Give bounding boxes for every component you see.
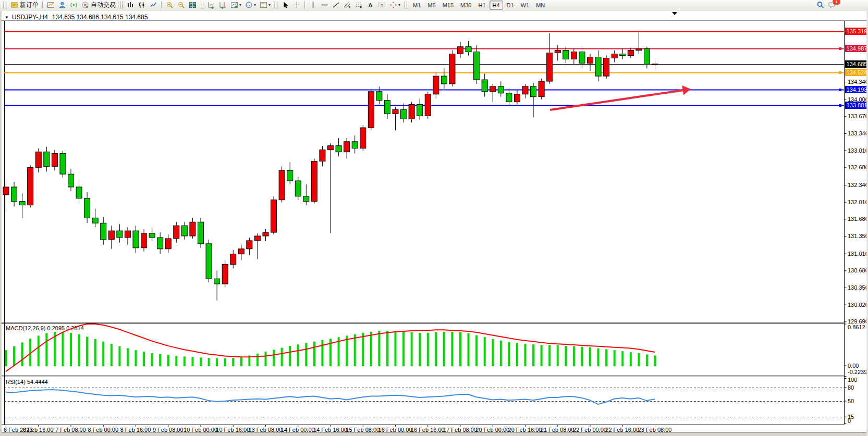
candle-body (506, 93, 512, 102)
candle-body (157, 238, 163, 249)
candle-body (271, 200, 277, 232)
data-window-button[interactable] (68, 0, 79, 10)
candle-body (295, 181, 301, 196)
autotrading-button[interactable]: 自动交易 (80, 0, 117, 10)
candlestick-button[interactable] (137, 0, 148, 10)
candle-body (303, 196, 309, 202)
candle-body (490, 86, 496, 92)
tile-windows-button[interactable] (187, 0, 198, 10)
application-window: 新订单自动交易▾▾▾EFAT▾M1M5M15M30H1H4D1W1MN1 ▼ U… (0, 0, 868, 436)
time-tick-label: 6 Feb 16:00 (23, 427, 54, 433)
candle-body (222, 264, 228, 284)
price-tag-label: 134.987 (847, 45, 867, 52)
chevron-down-icon: ▾ (239, 3, 241, 7)
toolbar-grip[interactable] (405, 1, 407, 9)
candle-body (563, 51, 569, 59)
candle-body (174, 226, 179, 239)
candle-body (336, 146, 341, 152)
toolbar-grip[interactable] (201, 1, 203, 9)
candle-body (449, 54, 455, 84)
time-tick-label: 8 Feb 16:00 (120, 427, 151, 433)
candle-body (328, 146, 334, 150)
crosshair-icon (293, 1, 301, 9)
timeframe-MN[interactable]: MN (533, 1, 548, 10)
candle-body (230, 254, 236, 265)
arrows-button[interactable]: ▾ (388, 0, 402, 10)
time-tick-label: 7 Feb 08:00 (55, 427, 86, 433)
text-button[interactable]: A (365, 0, 376, 10)
line-handle[interactable] (839, 71, 841, 74)
candle-body (376, 92, 382, 101)
fibonacci-button[interactable]: F (353, 0, 364, 10)
new-order-button[interactable]: 新订单 (9, 0, 40, 10)
chart-shift-icon (219, 1, 227, 9)
price-tick-label: 132.680 (848, 164, 868, 170)
zoom-out-button[interactable] (176, 0, 187, 10)
toolbar-grip[interactable] (120, 1, 123, 9)
candle-body (44, 152, 50, 167)
price-tick-label: 131.680 (848, 216, 868, 222)
chart-menu-icon[interactable]: ▼ (5, 15, 9, 20)
candle-body (425, 94, 431, 116)
price-tick-label: 131.350 (848, 233, 868, 239)
line-handle[interactable] (839, 47, 841, 50)
templates-button[interactable]: ▾ (258, 0, 272, 10)
hline-icon (321, 1, 328, 9)
price-chart[interactable]: MACD(12,26,9) 0.2095 0.2814RSI(14) 54.44… (2, 11, 868, 436)
line-handle[interactable] (839, 89, 841, 91)
new-chart-button[interactable] (45, 0, 56, 10)
candle-body (35, 152, 41, 168)
timeframe-M5[interactable]: M5 (424, 1, 438, 10)
timeframe-H4[interactable]: H4 (490, 1, 503, 10)
toolbar-grip[interactable] (275, 1, 277, 9)
chart-window-icon (47, 1, 55, 9)
candle-body (92, 218, 98, 223)
timeframe-W1[interactable]: W1 (518, 1, 533, 10)
periods-button[interactable]: ▾ (243, 0, 258, 10)
indicators-button[interactable]: ▾ (229, 0, 243, 10)
zoom-in-button[interactable] (164, 0, 175, 10)
candle-body (206, 244, 212, 279)
timeframe-M1[interactable]: M1 (410, 1, 424, 10)
timeframe-H1[interactable]: H1 (475, 1, 488, 10)
time-tick-label: 10 Feb 00:00 (184, 427, 217, 433)
profiles-button[interactable] (57, 0, 68, 10)
candle-body (547, 53, 553, 81)
auto-scroll-button[interactable] (206, 0, 217, 10)
line-chart-button[interactable] (148, 0, 159, 10)
toolbar-grip[interactable] (4, 1, 6, 9)
macd-axis-label: 0.8612 (848, 324, 865, 330)
vertical-line-button[interactable] (308, 0, 319, 10)
trendline-button[interactable] (331, 0, 341, 10)
text-icon: A (366, 1, 374, 9)
candle-body (101, 223, 106, 240)
line-handle[interactable] (839, 104, 841, 107)
candle-body (125, 231, 130, 238)
text-label-button[interactable]: T (376, 0, 387, 10)
price-tag-label: 134.685 (847, 61, 867, 67)
cursor-button[interactable] (280, 0, 291, 10)
crosshair-button[interactable] (291, 0, 302, 10)
horizontal-line-button[interactable] (319, 0, 330, 10)
candle-body (588, 57, 593, 63)
candle-body (149, 233, 155, 238)
candle-body (458, 47, 463, 54)
notifications-button[interactable]: 1 (826, 0, 837, 10)
candle-body (628, 51, 633, 56)
chart-shift-button[interactable] (217, 0, 228, 10)
equidistant-channel-button[interactable]: E (342, 0, 353, 10)
svg-text:T: T (381, 3, 383, 8)
timeframe-M15[interactable]: M15 (439, 1, 457, 10)
bar-chart-button[interactable] (125, 0, 136, 10)
price-tick-label: 133.340 (848, 130, 868, 136)
time-tick-label: 23 Feb 08:00 (638, 427, 672, 433)
timeframe-D1[interactable]: D1 (504, 1, 517, 10)
timeframe-M30[interactable]: M30 (457, 1, 474, 10)
candle-body (539, 81, 544, 97)
candle-body (401, 109, 407, 119)
search-button[interactable] (815, 0, 826, 10)
chart-ohlc-quote: 134.635 134.686 134.615 134.685 (52, 14, 148, 21)
toolbar-separator (161, 1, 162, 9)
candle-body (531, 86, 536, 97)
candle-body (652, 64, 658, 65)
